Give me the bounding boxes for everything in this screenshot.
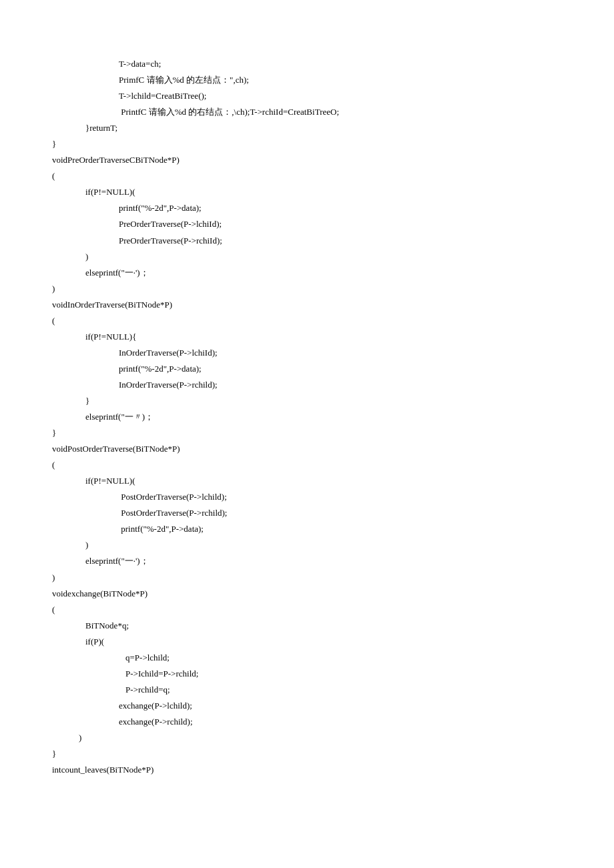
code-line: P->Ichild=P->rchild; xyxy=(52,666,562,682)
code-line: ) xyxy=(52,281,562,297)
code-line: } xyxy=(52,746,562,762)
code-line: ( xyxy=(52,313,562,329)
code-line: voidPostOrderTraverse(BiTNode*P) xyxy=(52,441,562,457)
code-line: } xyxy=(52,136,562,152)
code-line: if(P!=NULL)( xyxy=(52,473,562,489)
document-page: T->data=ch;PrimfC 请输入%d 的左结点：",ch);T->lc… xyxy=(0,0,614,818)
code-line: PostOrderTraverse(P->lchild); xyxy=(52,489,562,505)
code-line: ( xyxy=(52,168,562,184)
code-line: ) xyxy=(52,570,562,586)
code-line: if(P!=NULL){ xyxy=(52,329,562,345)
code-line: PrintfC 请输入%d 的右结点：,\ch);T->rchiId=Creat… xyxy=(52,104,562,120)
code-line: InOrderTraverse(P->lchiId); xyxy=(52,345,562,361)
code-line: BiTNode*q; xyxy=(52,618,562,634)
code-line: P->rchild=q; xyxy=(52,682,562,698)
code-line: PostOrderTraverse(P->rchild); xyxy=(52,505,562,521)
code-line: voidInOrderTraverse(BiTNode*P) xyxy=(52,297,562,313)
code-line: }returnT; xyxy=(52,120,562,136)
code-line: ( xyxy=(52,602,562,618)
code-line: elseprintf("一·')； xyxy=(52,265,562,281)
code-line: printf("%-2d",P->data); xyxy=(52,361,562,377)
code-line: if(P)( xyxy=(52,634,562,650)
code-line: InOrderTraverse(P->rchild); xyxy=(52,377,562,393)
code-line: voidPreOrderTraverseCBiTNode*P) xyxy=(52,152,562,168)
code-line: exchange(P->rchild); xyxy=(52,714,562,730)
code-line: PreOrderTraverse(P->rchiId); xyxy=(52,233,562,249)
code-line: PrimfC 请输入%d 的左结点：",ch); xyxy=(52,72,562,88)
code-line: elseprintf("一·')； xyxy=(52,553,562,569)
code-line: voidexchange(BiTNode*P) xyxy=(52,586,562,602)
code-line: printf("%-2d",P->data); xyxy=(52,200,562,216)
code-line: ) xyxy=(52,249,562,265)
code-line: if(P!=NULL)( xyxy=(52,184,562,200)
code-line: intcount_leaves(BiTNode*P) xyxy=(52,762,562,778)
code-line: ) xyxy=(52,730,562,746)
code-line: T->lchild=CreatBiTree(); xyxy=(52,88,562,104)
code-line: PreOrderTraverse(P->lchiId); xyxy=(52,216,562,232)
code-line: elseprintf("一〃)； xyxy=(52,409,562,425)
code-line: T->data=ch; xyxy=(52,56,562,72)
code-line: } xyxy=(52,393,562,409)
code-line: ) xyxy=(52,537,562,553)
code-line: exchange(P->lchild); xyxy=(52,698,562,714)
code-line: printf("%-2d",P->data); xyxy=(52,521,562,537)
code-line: q=P->lchild; xyxy=(52,650,562,666)
code-line: ( xyxy=(52,457,562,473)
code-line: } xyxy=(52,425,562,441)
